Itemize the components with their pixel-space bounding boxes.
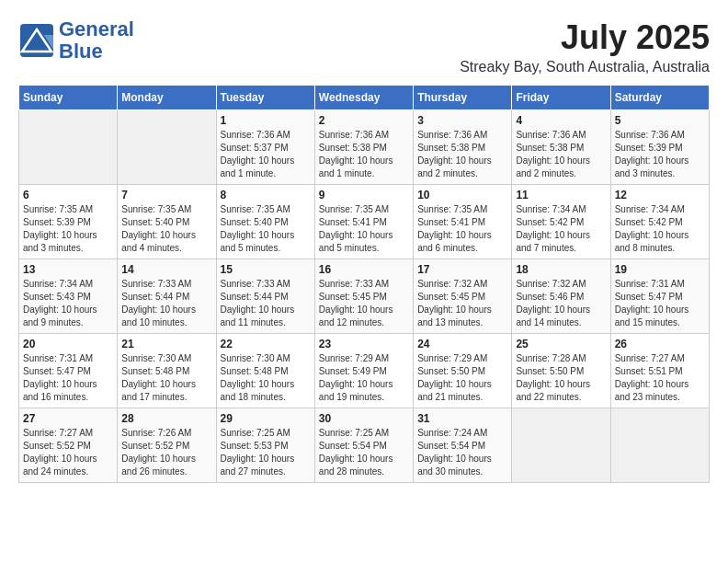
day-info: Sunrise: 7:24 AM Sunset: 5:54 PM Dayligh… — [417, 427, 507, 478]
day-info: Sunrise: 7:35 AM Sunset: 5:40 PM Dayligh… — [121, 203, 211, 255]
day-info: Sunrise: 7:36 AM Sunset: 5:38 PM Dayligh… — [417, 129, 507, 180]
day-info: Sunrise: 7:33 AM Sunset: 5:45 PM Dayligh… — [319, 278, 409, 329]
page-header: General Blue July 2025 Streaky Bay, Sout… — [18, 18, 710, 75]
calendar-cell: 16Sunrise: 7:33 AM Sunset: 5:45 PM Dayli… — [314, 259, 413, 334]
calendar-cell: 29Sunrise: 7:25 AM Sunset: 5:53 PM Dayli… — [216, 408, 314, 483]
day-info: Sunrise: 7:33 AM Sunset: 5:44 PM Dayligh… — [221, 278, 311, 329]
header-friday: Friday — [512, 86, 610, 110]
day-number: 23 — [319, 338, 409, 350]
calendar-cell: 31Sunrise: 7:24 AM Sunset: 5:54 PM Dayli… — [414, 408, 512, 483]
calendar-week-3: 13Sunrise: 7:34 AM Sunset: 5:43 PM Dayli… — [19, 259, 710, 334]
day-info: Sunrise: 7:26 AM Sunset: 5:52 PM Dayligh… — [121, 427, 211, 478]
calendar-cell — [19, 110, 118, 185]
day-info: Sunrise: 7:30 AM Sunset: 5:48 PM Dayligh… — [221, 352, 311, 404]
day-number: 1 — [221, 114, 311, 127]
day-info: Sunrise: 7:35 AM Sunset: 5:41 PM Dayligh… — [319, 203, 409, 255]
calendar-cell: 27Sunrise: 7:27 AM Sunset: 5:52 PM Dayli… — [19, 408, 118, 483]
day-number: 28 — [121, 412, 211, 425]
calendar-cell: 21Sunrise: 7:30 AM Sunset: 5:48 PM Dayli… — [118, 334, 216, 408]
month-title: July 2025 — [460, 18, 710, 57]
day-number: 9 — [319, 189, 409, 201]
calendar-week-4: 20Sunrise: 7:31 AM Sunset: 5:47 PM Dayli… — [19, 334, 710, 408]
logo-bottom: Blue — [59, 40, 134, 63]
day-info: Sunrise: 7:35 AM Sunset: 5:41 PM Dayligh… — [417, 203, 507, 255]
day-number: 13 — [23, 263, 113, 276]
calendar-week-2: 6Sunrise: 7:35 AM Sunset: 5:39 PM Daylig… — [19, 185, 710, 259]
calendar-cell: 23Sunrise: 7:29 AM Sunset: 5:49 PM Dayli… — [314, 334, 413, 408]
day-number: 24 — [417, 338, 507, 350]
day-number: 14 — [121, 263, 211, 276]
day-info: Sunrise: 7:36 AM Sunset: 5:38 PM Dayligh… — [319, 129, 409, 180]
calendar-table: Sunday Monday Tuesday Wednesday Thursday… — [18, 85, 710, 483]
day-info: Sunrise: 7:31 AM Sunset: 5:47 PM Dayligh… — [615, 278, 705, 329]
day-info: Sunrise: 7:36 AM Sunset: 5:39 PM Dayligh… — [615, 129, 705, 180]
calendar-cell: 8Sunrise: 7:35 AM Sunset: 5:40 PM Daylig… — [216, 185, 314, 259]
calendar-cell: 13Sunrise: 7:34 AM Sunset: 5:43 PM Dayli… — [19, 259, 118, 334]
calendar-cell: 20Sunrise: 7:31 AM Sunset: 5:47 PM Dayli… — [19, 334, 118, 408]
header-thursday: Thursday — [414, 86, 512, 110]
header-wednesday: Wednesday — [314, 86, 413, 110]
day-number: 2 — [319, 114, 409, 127]
day-number: 26 — [615, 338, 705, 350]
location-title: Streaky Bay, South Australia, Australia — [460, 59, 710, 75]
day-number: 8 — [221, 189, 311, 201]
calendar-cell: 18Sunrise: 7:32 AM Sunset: 5:46 PM Dayli… — [512, 259, 610, 334]
day-number: 15 — [221, 263, 311, 276]
day-number: 31 — [417, 412, 507, 425]
weekday-header-row: Sunday Monday Tuesday Wednesday Thursday… — [19, 86, 710, 110]
day-number: 18 — [516, 263, 606, 276]
logo-icon — [18, 22, 55, 59]
day-info: Sunrise: 7:25 AM Sunset: 5:53 PM Dayligh… — [221, 427, 311, 478]
day-number: 5 — [615, 114, 705, 127]
day-info: Sunrise: 7:36 AM Sunset: 5:38 PM Dayligh… — [516, 129, 606, 180]
calendar-cell: 19Sunrise: 7:31 AM Sunset: 5:47 PM Dayli… — [610, 259, 709, 334]
day-info: Sunrise: 7:34 AM Sunset: 5:42 PM Dayligh… — [516, 203, 606, 255]
calendar-cell: 3Sunrise: 7:36 AM Sunset: 5:38 PM Daylig… — [414, 110, 512, 185]
calendar-header: Sunday Monday Tuesday Wednesday Thursday… — [19, 86, 710, 110]
day-info: Sunrise: 7:25 AM Sunset: 5:54 PM Dayligh… — [319, 427, 409, 478]
logo-top: General — [59, 18, 134, 40]
calendar-cell: 22Sunrise: 7:30 AM Sunset: 5:48 PM Dayli… — [216, 334, 314, 408]
calendar-cell: 11Sunrise: 7:34 AM Sunset: 5:42 PM Dayli… — [512, 185, 610, 259]
logo: General Blue — [18, 18, 134, 63]
calendar-cell: 12Sunrise: 7:34 AM Sunset: 5:42 PM Dayli… — [610, 185, 709, 259]
day-info: Sunrise: 7:27 AM Sunset: 5:51 PM Dayligh… — [615, 352, 705, 404]
calendar-week-5: 27Sunrise: 7:27 AM Sunset: 5:52 PM Dayli… — [19, 408, 710, 483]
day-number: 30 — [319, 412, 409, 425]
calendar-cell: 30Sunrise: 7:25 AM Sunset: 5:54 PM Dayli… — [314, 408, 413, 483]
calendar-cell: 28Sunrise: 7:26 AM Sunset: 5:52 PM Dayli… — [118, 408, 216, 483]
day-info: Sunrise: 7:32 AM Sunset: 5:46 PM Dayligh… — [516, 278, 606, 329]
day-info: Sunrise: 7:29 AM Sunset: 5:50 PM Dayligh… — [417, 352, 507, 404]
calendar-cell: 24Sunrise: 7:29 AM Sunset: 5:50 PM Dayli… — [414, 334, 512, 408]
day-info: Sunrise: 7:31 AM Sunset: 5:47 PM Dayligh… — [23, 352, 113, 404]
day-number: 20 — [23, 338, 113, 350]
calendar-cell: 14Sunrise: 7:33 AM Sunset: 5:44 PM Dayli… — [118, 259, 216, 334]
day-info: Sunrise: 7:34 AM Sunset: 5:42 PM Dayligh… — [615, 203, 705, 255]
day-number: 21 — [121, 338, 211, 350]
day-number: 22 — [221, 338, 311, 350]
day-number: 29 — [221, 412, 311, 425]
day-number: 19 — [615, 263, 705, 276]
day-number: 6 — [23, 189, 113, 201]
day-number: 17 — [417, 263, 507, 276]
calendar-cell — [610, 408, 709, 483]
header-monday: Monday — [118, 86, 216, 110]
logo-text: General Blue — [59, 18, 134, 63]
header-saturday: Saturday — [610, 86, 709, 110]
calendar-cell: 5Sunrise: 7:36 AM Sunset: 5:39 PM Daylig… — [610, 110, 709, 185]
day-info: Sunrise: 7:35 AM Sunset: 5:39 PM Dayligh… — [23, 203, 113, 255]
day-number: 16 — [319, 263, 409, 276]
header-sunday: Sunday — [19, 86, 118, 110]
calendar-cell — [118, 110, 216, 185]
day-info: Sunrise: 7:32 AM Sunset: 5:45 PM Dayligh… — [417, 278, 507, 329]
calendar-cell — [512, 408, 610, 483]
calendar-cell: 25Sunrise: 7:28 AM Sunset: 5:50 PM Dayli… — [512, 334, 610, 408]
calendar-cell: 1Sunrise: 7:36 AM Sunset: 5:37 PM Daylig… — [216, 110, 314, 185]
calendar-cell: 26Sunrise: 7:27 AM Sunset: 5:51 PM Dayli… — [610, 334, 709, 408]
day-info: Sunrise: 7:29 AM Sunset: 5:49 PM Dayligh… — [319, 352, 409, 404]
day-number: 25 — [516, 338, 606, 350]
day-number: 3 — [417, 114, 507, 127]
calendar-cell: 17Sunrise: 7:32 AM Sunset: 5:45 PM Dayli… — [414, 259, 512, 334]
day-number: 10 — [417, 189, 507, 201]
day-info: Sunrise: 7:33 AM Sunset: 5:44 PM Dayligh… — [121, 278, 211, 329]
